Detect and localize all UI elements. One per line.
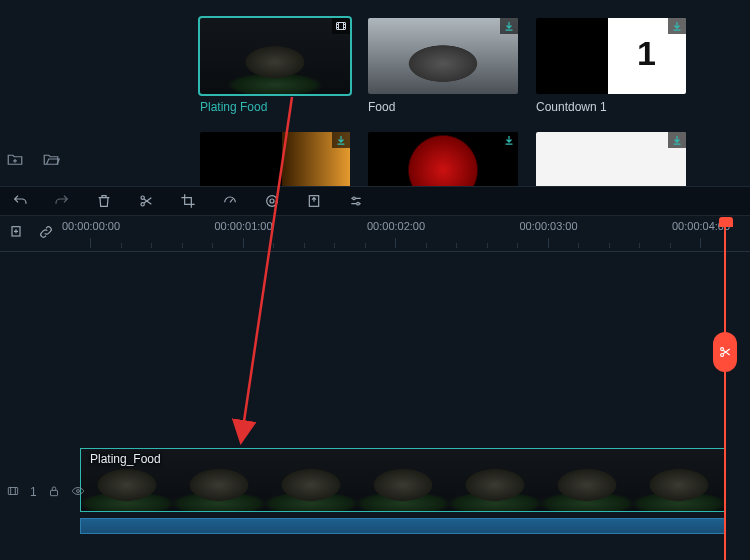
track-number: 1 (30, 485, 37, 499)
svg-point-4 (270, 199, 274, 203)
open-folder-icon[interactable] (42, 150, 60, 171)
redo-icon[interactable] (54, 193, 70, 209)
timeline-ruler[interactable]: 00:00:00:0000:00:01:0000:00:02:0000:00:0… (0, 216, 750, 252)
svg-point-2 (141, 203, 144, 206)
track-controls: 1 (0, 448, 80, 536)
audio-clip[interactable] (80, 518, 726, 534)
color-icon[interactable] (264, 193, 280, 209)
media-thumbnail[interactable] (368, 18, 518, 94)
folder-tools (6, 150, 60, 171)
svg-point-3 (267, 196, 278, 207)
video-clip[interactable] (80, 448, 726, 512)
timeline-toolbar (0, 186, 750, 216)
clip-frame (265, 449, 357, 511)
lock-icon[interactable] (47, 484, 61, 501)
adjust-icon[interactable] (348, 193, 364, 209)
media-thumbnail[interactable] (200, 18, 350, 94)
ruler-tick-label: 00:00:00:00 (62, 220, 120, 232)
download-badge-icon[interactable] (332, 132, 350, 148)
playhead-handle-icon[interactable] (719, 217, 733, 227)
clip-frame (541, 449, 633, 511)
undo-icon[interactable] (12, 193, 28, 209)
split-button[interactable] (713, 332, 737, 372)
add-marker-icon[interactable] (8, 224, 24, 243)
speed-icon[interactable] (222, 193, 238, 209)
media-label: Plating Food (200, 100, 350, 114)
media-library: Plating Food Food Countdown 1 (200, 18, 750, 180)
svg-rect-12 (50, 490, 57, 495)
download-badge-icon[interactable] (500, 132, 518, 148)
playhead[interactable] (724, 218, 726, 560)
eye-icon[interactable] (71, 484, 85, 501)
timeline-body[interactable] (0, 252, 750, 560)
svg-rect-11 (8, 487, 17, 494)
ruler-tick-label: 00:00:01:00 (215, 220, 273, 232)
media-item-plating-food[interactable]: Plating Food (200, 18, 350, 114)
download-badge-icon[interactable] (668, 18, 686, 34)
svg-point-13 (76, 489, 79, 492)
ruler-tick-label: 00:00:03:00 (520, 220, 578, 232)
clip-frame (173, 449, 265, 511)
svg-point-1 (141, 196, 144, 199)
media-label: Countdown 1 (536, 100, 686, 114)
media-item-food[interactable]: Food (368, 18, 518, 114)
svg-rect-0 (337, 23, 346, 30)
link-icon[interactable] (38, 224, 54, 243)
download-badge-icon[interactable] (668, 132, 686, 148)
video-badge-icon (332, 18, 350, 34)
svg-point-7 (357, 202, 360, 205)
clip-frame (633, 449, 725, 511)
media-label: Food (368, 100, 518, 114)
media-item-countdown1[interactable]: Countdown 1 (536, 18, 686, 114)
ruler-tick-label: 00:00:02:00 (367, 220, 425, 232)
clip-frame (449, 449, 541, 511)
svg-point-10 (721, 353, 724, 356)
svg-point-6 (353, 197, 356, 200)
svg-point-9 (721, 348, 724, 351)
new-folder-icon[interactable] (6, 150, 24, 171)
time-ruler[interactable]: 00:00:00:0000:00:01:0000:00:02:0000:00:0… (80, 216, 750, 252)
track-type-icon (6, 484, 20, 501)
clip-frame (357, 449, 449, 511)
delete-icon[interactable] (96, 193, 112, 209)
crop-icon[interactable] (180, 193, 196, 209)
scissors-icon[interactable] (138, 193, 154, 209)
export-icon[interactable] (306, 193, 322, 209)
clip-name-label: Plating_Food (90, 452, 161, 466)
media-thumbnail[interactable] (536, 18, 686, 94)
download-badge-icon[interactable] (500, 18, 518, 34)
